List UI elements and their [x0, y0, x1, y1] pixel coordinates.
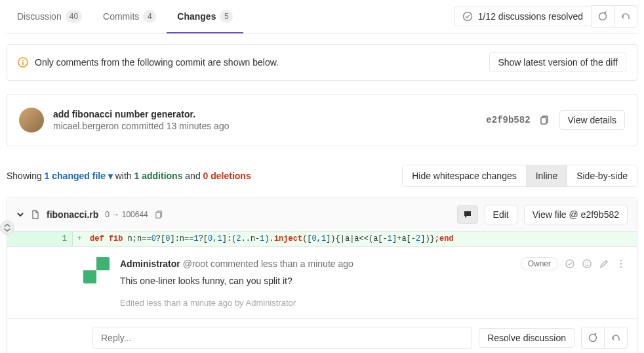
resolve-discussion-button[interactable]: Resolve discussion [479, 328, 574, 348]
code-content: def fib n;n==0?[0]:n==1?[0,1]:(2..n-1).i… [86, 232, 458, 246]
avatar [19, 108, 44, 133]
comment-text: This one-liner looks funny, can you spli… [120, 276, 626, 286]
commit-box: add fibonacci number generator. micael.b… [7, 94, 637, 146]
view-toggle: Hide whitespace changes Inline Side-by-s… [402, 165, 637, 187]
svg-point-10 [583, 260, 591, 268]
view-file-at-button[interactable]: View file @ e2f9b582 [524, 205, 628, 224]
emoji-icon[interactable] [582, 259, 592, 269]
file-icon [31, 210, 40, 219]
edit-icon[interactable] [599, 259, 609, 269]
more-icon[interactable] [616, 259, 626, 269]
commit-time: 13 minutes ago [167, 121, 230, 131]
jump-reply-button[interactable] [614, 5, 637, 28]
diff-summary: Showing 1 changed file ▾ with 1 addition… [7, 171, 251, 181]
deletions-count: 0 deletions [203, 171, 251, 181]
copy-path-icon[interactable] [155, 210, 164, 219]
commit-filter-notice: Only comments from the following commit … [7, 44, 637, 81]
commit-title: add fibonacci number generator. [53, 109, 229, 119]
svg-point-3 [22, 60, 24, 61]
svg-point-15 [620, 266, 622, 268]
tab-label: Discussion [17, 11, 62, 22]
tab-badge: 40 [66, 10, 82, 23]
discussion-comment: Administrator @root commented less than … [7, 247, 637, 318]
info-icon [18, 57, 28, 68]
commit-hash: e2f9b582 [486, 115, 530, 125]
collapse-all-button[interactable] [0, 220, 14, 235]
svg-point-14 [620, 263, 622, 265]
file-name[interactable]: fibonacci.rb [47, 209, 98, 220]
comment-edited: Edited less than a minute ago by Adminis… [120, 298, 626, 308]
comment-author[interactable]: Administrator [120, 259, 180, 269]
next-unresolved-button[interactable] [591, 5, 614, 28]
line-number[interactable]: 1 [7, 232, 73, 246]
inline-view-button[interactable]: Inline [527, 165, 567, 186]
resolve-icon[interactable] [565, 259, 575, 269]
file-mode: 0 → 100644 [105, 210, 148, 219]
commit-subtitle: micael.bergeron committed 13 minutes ago [53, 121, 229, 131]
svg-point-13 [620, 260, 622, 262]
svg-rect-4 [22, 62, 24, 65]
tab-badge: 4 [143, 10, 156, 23]
tab-discussion[interactable]: Discussion 40 [7, 1, 92, 33]
toggle-comments-button[interactable] [457, 205, 478, 224]
chevron-down-icon[interactable] [16, 211, 24, 218]
commit-verb: committed [119, 121, 166, 131]
hide-whitespace-button[interactable]: Hide whitespace changes [403, 165, 527, 186]
line-plus-icon: + [73, 232, 86, 246]
info-text: Only comments from the following commit … [35, 57, 279, 68]
tab-label: Commits [103, 11, 139, 22]
tab-changes[interactable]: Changes 5 [167, 1, 243, 33]
commit-author: micael.bergeron [53, 121, 119, 131]
svg-rect-6 [541, 117, 546, 124]
reply-input[interactable] [92, 327, 472, 349]
chevron-down-icon: ▾ [108, 171, 113, 181]
svg-point-16 [590, 335, 597, 342]
owner-badge: Owner [521, 257, 558, 270]
next-discussion-button[interactable] [581, 327, 605, 349]
svg-point-1 [599, 13, 607, 20]
copy-icon[interactable] [540, 115, 550, 125]
tab-label: Changes [177, 11, 216, 22]
check-circle-icon [462, 11, 473, 22]
svg-rect-8 [156, 213, 161, 218]
tab-commits[interactable]: Commits 4 [92, 1, 167, 33]
svg-point-11 [585, 262, 586, 264]
additions-count: 1 additions [134, 171, 183, 181]
jump-reply-button[interactable] [604, 327, 628, 349]
comment-meta: @root commented less than a minute ago [183, 259, 353, 269]
side-by-side-button[interactable]: Side-by-side [567, 165, 637, 186]
changed-files-link[interactable]: 1 changed file ▾ [45, 171, 113, 181]
edit-file-button[interactable]: Edit [485, 205, 517, 224]
view-details-button[interactable]: View details [559, 110, 625, 130]
resolved-text: 1/12 discussions resolved [478, 11, 583, 22]
svg-point-12 [588, 262, 589, 264]
resolved-status: 1/12 discussions resolved [454, 7, 592, 26]
show-latest-button[interactable]: Show latest version of the diff [489, 52, 626, 72]
file-diff: fibonacci.rb 0 → 100644 Edit View file @… [7, 197, 637, 353]
avatar[interactable] [83, 257, 110, 283]
diff-line-added: 1 + def fib n;n==0?[0]:n==1?[0,1]:(2..n-… [7, 232, 637, 247]
tab-badge: 5 [220, 10, 233, 23]
